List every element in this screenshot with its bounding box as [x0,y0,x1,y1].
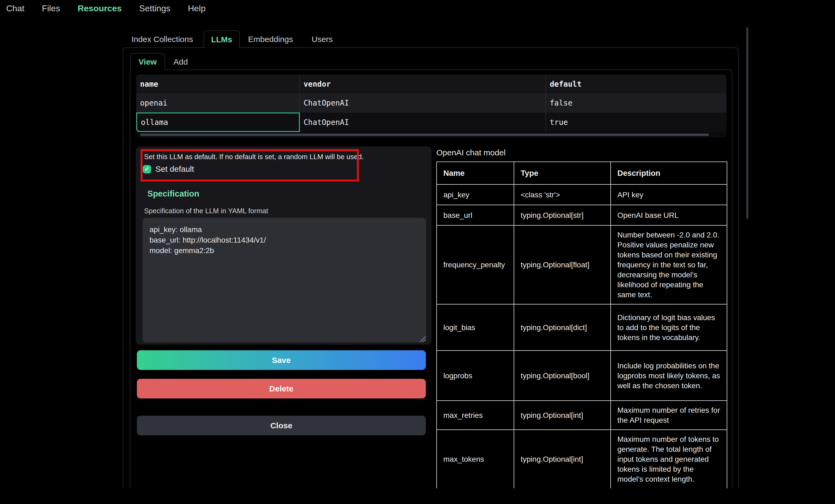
close-button[interactable]: Close [137,416,426,435]
top-nav: Chat Files Resources Settings Help [0,0,205,17]
nav-item-help[interactable]: Help [188,3,205,14]
llm-col-default: default [546,75,727,93]
llm-table-header: name vendor default [136,75,727,93]
param-name: frequency_penalty [436,225,514,304]
llm-cell-vendor[interactable]: ChatOpenAI [300,93,546,112]
table-row: max_retries typing.Optional[int] Maximum… [436,401,727,430]
param-description: Dictionary of logit bias values to add t… [611,304,727,351]
nav-item-chat[interactable]: Chat [6,3,24,14]
nav-item-settings[interactable]: Settings [139,3,170,14]
specification-heading: Specification [147,189,199,199]
param-type: typing.Optional[int] [514,430,611,488]
model-table-header-row: Name Type Description [436,162,727,184]
param-name: logit_bias [436,304,514,351]
save-button[interactable]: Save [137,350,426,370]
param-description: Maximum number of retries for the API re… [611,401,727,430]
tab-index-collections[interactable]: Index Collections [131,30,193,48]
param-type: typing.Optional[float] [514,225,611,304]
param-description: API key [611,184,727,205]
param-description: Number between -2.0 and 2.0. Positive va… [611,225,727,304]
param-name: max_retries [436,401,514,430]
resource-tabs: Index Collections LLMs Embeddings Users [123,30,738,48]
specification-description: Specification of the LLM in YAML format [144,207,268,215]
delete-button[interactable]: Delete [137,379,426,398]
set-default-checkbox[interactable]: ✓ [143,165,151,173]
param-type: typing.Optional[int] [514,401,611,430]
table-row: api_key <class 'str'> API key [436,184,727,205]
llm-table-hscrollbar-track [136,132,727,138]
model-info-title: OpenAI chat model [436,148,506,157]
llm-cell-vendor[interactable]: ChatOpenAI [300,112,546,132]
param-type: typing.Optional[str] [514,205,611,225]
tab-llms[interactable]: LLMs [204,30,240,48]
model-col-type: Type [514,162,611,184]
llm-cell-name[interactable]: openai [136,93,300,112]
llm-cell-default[interactable]: false [546,93,727,112]
llm-list-table: name vendor default openai ChatOpenAI fa… [136,75,727,138]
llm-cell-name-selected[interactable]: ollama [136,112,300,132]
model-info-table: Name Type Description api_key <class 'st… [436,162,727,488]
set-default-row: ✓ Set default [143,165,194,174]
tab-embeddings[interactable]: Embeddings [248,30,293,48]
set-default-label[interactable]: Set default [156,165,194,174]
param-type: typing.Optional[dict] [514,304,611,351]
page-scrollbar-thumb[interactable] [746,27,748,219]
llm-row-openai[interactable]: openai ChatOpenAI false [136,93,727,112]
tab-users[interactable]: Users [312,30,333,48]
nav-item-resources[interactable]: Resources [78,3,122,14]
table-row: logprobs typing.Optional[bool] Include l… [436,351,727,401]
table-row: base_url typing.Optional[str] OpenAI bas… [436,205,727,225]
model-col-name: Name [436,162,514,184]
nav-item-files[interactable]: Files [42,3,60,14]
specification-yaml-textarea[interactable]: api_key: ollama base_url: http://localho… [142,218,426,342]
param-name: base_url [436,205,514,225]
table-row: frequency_penalty typing.Optional[float]… [436,225,727,304]
table-row: logit_bias typing.Optional[dict] Diction… [436,304,727,351]
subtab-view[interactable]: View [130,53,165,70]
table-row: max_tokens typing.Optional[int] Maximum … [436,430,727,488]
llm-cell-default[interactable]: true [546,112,727,132]
app-root: Chat Files Resources Settings Help Index… [0,0,835,504]
llm-table-hscrollbar-thumb[interactable] [140,133,709,136]
param-description: OpenAI base URL [611,205,727,225]
param-name: logprobs [436,351,514,401]
model-info-table-wrapper: Name Type Description api_key <class 'st… [436,162,728,488]
param-description: Maximum number of tokens to generate. Th… [611,430,727,488]
checkmark-icon: ✓ [144,166,149,173]
llm-col-vendor: vendor [300,75,546,93]
param-name: max_tokens [436,430,514,488]
view-tab-panel: View Add name vendor default openai Chat… [130,69,732,489]
subtab-add[interactable]: Add [174,53,188,70]
llms-tab-panel: View Add name vendor default openai Chat… [123,47,738,488]
llm-row-ollama[interactable]: ollama ChatOpenAI true [136,112,727,132]
llm-detail-card: Set this LLM as default. If no default i… [136,146,431,344]
param-name: api_key [436,184,514,205]
param-description: Include log probabilities on the logprob… [611,351,727,401]
param-type: <class 'str'> [514,184,611,205]
model-col-description: Description [611,162,727,184]
view-add-tabs: View Add [130,53,732,70]
llm-col-name: name [136,75,300,93]
set-default-note: Set this LLM as default. If no default i… [144,153,357,161]
param-type: typing.Optional[bool] [514,351,611,401]
